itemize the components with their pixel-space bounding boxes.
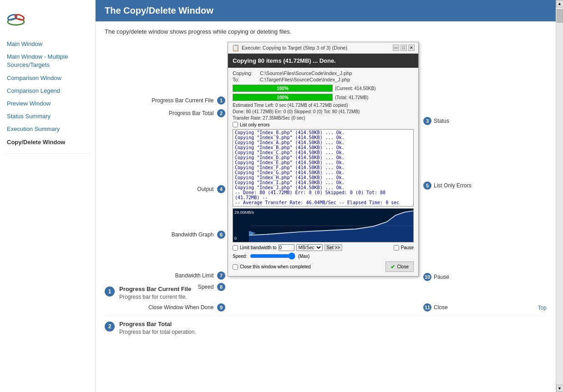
progress-current-fill: 100% xyxy=(233,85,332,91)
svg-marker-3 xyxy=(249,211,413,242)
main-content: The Copy/Delete Window The copy/delete w… xyxy=(96,0,556,392)
progress-total-bar: 100% xyxy=(233,94,333,101)
sidebar-item-copy-delete-window: Copy/Delete Window xyxy=(5,136,91,149)
limit-bw-label: Limit bandwidth to xyxy=(240,245,277,250)
close-checkbox-area: Close this window when completed xyxy=(233,264,311,270)
pause-checkbox[interactable] xyxy=(394,245,399,251)
scroll-track[interactable] xyxy=(556,7,563,385)
speed-label: Speed: xyxy=(233,254,247,259)
limit-bw-checkbox[interactable] xyxy=(233,245,238,251)
dialog-titlebar: 📋 Execute: Copying to Target (Step 3 of … xyxy=(228,42,418,54)
dialog-title: Execute: Copying to Target (Step 3 of 3)… xyxy=(242,45,347,50)
dialog-body: Copying: C:\Source\Files\SourceCode\Inde… xyxy=(228,68,418,276)
desc-text-1: Progress bar for current file. xyxy=(119,294,191,300)
page-title: The Copy/Delete Window xyxy=(105,5,213,15)
main-body: The copy/delete window shows progress wh… xyxy=(96,21,556,347)
annotation-speed: Speed 8 xyxy=(105,283,225,291)
desc-text-2: Progress bar for total operation. xyxy=(119,329,196,335)
sidebar-item-status-summary[interactable]: Status Summary xyxy=(5,110,91,123)
sidebar-item-execution-summary[interactable]: Execution Summary xyxy=(5,123,91,136)
svg-point-2 xyxy=(15,14,25,21)
progress-current-bar: 100% xyxy=(233,85,333,92)
close-window-label: Close this window when completed xyxy=(240,264,311,269)
desc-title-2: Progress Bar Total xyxy=(119,321,196,327)
progress-total-label: (Total: 41.72MB) xyxy=(335,95,368,100)
to-label: To: xyxy=(233,77,258,82)
annotation-bandwidth-graph: Bandwidth Graph 6 xyxy=(105,231,225,239)
dialog-close-btn[interactable]: ✕ xyxy=(408,45,415,51)
output-box[interactable]: Copying "Index_8.php" (414.50KB) ... Ok.… xyxy=(233,129,414,206)
scroll-down-arrow[interactable]: ▼ xyxy=(556,385,563,392)
intro-text: The copy/delete window shows progress wh… xyxy=(105,28,547,35)
sidebar-item-comparison-legend[interactable]: Comparison Legend xyxy=(5,85,91,97)
desc-badge-2: 2 xyxy=(105,322,115,332)
dialog-heading: Copying 80 items (41.72MB) ... Done. xyxy=(228,54,418,68)
annotation-progress-current-file: Progress Bar Current File 1 xyxy=(105,96,225,105)
close-button[interactable]: ✔ Close xyxy=(385,261,414,272)
desc-item-2: 2 Progress Bar Total Progress bar for to… xyxy=(105,321,547,335)
scroll-up-arrow[interactable]: ▲ xyxy=(556,0,563,7)
copying-row: Copying: C:\Source\Files\SourceCode\Inde… xyxy=(233,70,414,76)
bandwidth-curve xyxy=(249,209,413,242)
sidebar-item-main-window[interactable]: Main Window xyxy=(5,38,91,50)
dialog-minimize-btn[interactable]: — xyxy=(393,45,399,51)
desc-content-2: Progress Bar Total Progress bar for tota… xyxy=(119,321,196,335)
annotation-list-only-errors: 5 List Only Errors xyxy=(423,181,472,190)
transfer-rate: Transfer Rate: 27.35MB/Sec (0 sec) xyxy=(233,116,414,121)
set-bw-button[interactable]: Set >> xyxy=(325,244,342,251)
dialog-icon: 📋 xyxy=(232,44,239,51)
close-btn-checkmark: ✔ xyxy=(391,263,396,270)
close-row: Close this window when completed ✔ Close xyxy=(233,261,414,272)
copying-value: C:\Source\Files\SourceCode\Index_J.php xyxy=(260,70,352,76)
page-header: The Copy/Delete Window xyxy=(96,0,556,21)
progress-current-label: (Current: 414.50KB) xyxy=(335,86,376,91)
bandwidth-graph: 29.00MB/s 0 xyxy=(233,208,414,242)
progress-current-file-row: 100% (Current: 414.50KB) xyxy=(233,85,414,92)
bw-zero-label: 0 xyxy=(234,236,237,241)
dialog-maximize-btn[interactable]: □ xyxy=(401,45,407,51)
done-line: Done: 80 (41.72MB) Err: 0 (0) Skipped: 0… xyxy=(233,109,414,114)
speed-row: Speed: (Max) xyxy=(233,252,414,260)
dialog-titlebar-left: 📋 Execute: Copying to Target (Step 3 of … xyxy=(232,44,347,51)
annotation-output: Output 4 xyxy=(105,185,225,193)
list-only-errors-row: List only errors xyxy=(233,122,414,127)
sidebar: Main Window Main Window - Multiple Sourc… xyxy=(0,0,96,392)
limit-bw-unit-select[interactable]: MB/Sec KB/Sec xyxy=(296,244,323,251)
annotation-status: 3 Status xyxy=(423,117,449,125)
section-divider-1 xyxy=(105,316,547,316)
annotation-bandwidth-limit: Bandwidth Limit 7 xyxy=(105,271,225,280)
to-row: To: C:\Target\Files\SourceCode\Index_J.p… xyxy=(233,77,414,82)
scrollbar[interactable]: ▲ ▼ xyxy=(556,0,563,392)
dialog-window: 📋 Execute: Copying to Target (Step 3 of … xyxy=(228,42,419,276)
progress-total-fill: 100% xyxy=(233,94,332,101)
annotation-close: 11 Close xyxy=(423,303,448,312)
scroll-thumb[interactable] xyxy=(557,9,563,23)
list-only-errors-label: List only errors xyxy=(240,122,270,127)
pause-label: Pause xyxy=(401,245,414,250)
annotation-progress-total: Progress Bar Total 2 xyxy=(105,109,225,117)
bandwidth-limit-row: Limit bandwidth to MB/Sec KB/Sec Set >> … xyxy=(233,244,414,251)
to-value: C:\Target\Files\SourceCode\Index_J.php xyxy=(260,77,350,82)
speed-max-label: (Max) xyxy=(298,254,310,259)
sidebar-item-main-window-multiple[interactable]: Main Window - Multiple Sources/Targets xyxy=(5,50,91,71)
sidebar-navigation: Main Window Main Window - Multiple Sourc… xyxy=(0,38,95,154)
annotation-close-window-when-done: Close Window When Done 9 xyxy=(105,303,225,312)
progress-total-row: 100% (Total: 41.72MB) xyxy=(233,94,414,101)
sidebar-logo xyxy=(0,5,95,38)
estimated-time: Estimated Time Left: 0 sec (41.72MB of 4… xyxy=(233,103,414,108)
copying-label: Copying: xyxy=(233,70,258,76)
limit-bw-input[interactable] xyxy=(279,244,294,251)
dialog-controls: — □ ✕ xyxy=(393,45,415,51)
close-window-checkbox[interactable] xyxy=(233,264,238,270)
annotation-pause: 10 Pause xyxy=(423,273,449,281)
sidebar-divider xyxy=(5,153,91,154)
speed-slider[interactable] xyxy=(250,252,295,260)
sidebar-item-comparison-window[interactable]: Comparison Window xyxy=(5,72,91,85)
list-only-errors-checkbox[interactable] xyxy=(233,122,238,127)
sidebar-item-preview-window[interactable]: Preview Window xyxy=(5,97,91,110)
